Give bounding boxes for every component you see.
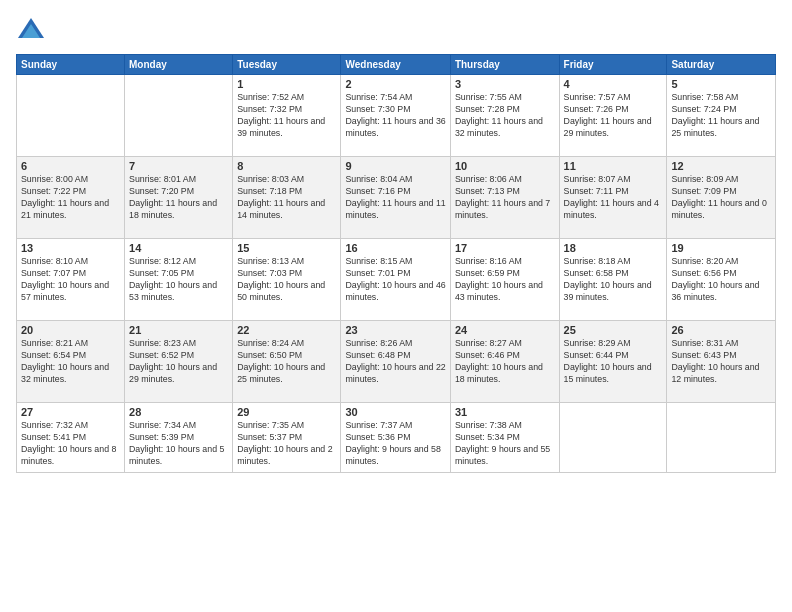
day-info: Sunrise: 8:09 AM Sunset: 7:09 PM Dayligh… (671, 174, 771, 222)
day-number: 1 (237, 78, 336, 90)
day-info: Sunrise: 8:10 AM Sunset: 7:07 PM Dayligh… (21, 256, 120, 304)
day-number: 24 (455, 324, 555, 336)
calendar: SundayMondayTuesdayWednesdayThursdayFrid… (16, 54, 776, 473)
header-cell-thursday: Thursday (450, 55, 559, 75)
week-row: 20Sunrise: 8:21 AM Sunset: 6:54 PM Dayli… (17, 321, 776, 403)
day-number: 6 (21, 160, 120, 172)
day-info: Sunrise: 8:24 AM Sunset: 6:50 PM Dayligh… (237, 338, 336, 386)
day-cell: 4Sunrise: 7:57 AM Sunset: 7:26 PM Daylig… (559, 75, 667, 157)
day-cell: 30Sunrise: 7:37 AM Sunset: 5:36 PM Dayli… (341, 403, 450, 473)
day-info: Sunrise: 8:04 AM Sunset: 7:16 PM Dayligh… (345, 174, 445, 222)
day-number: 14 (129, 242, 228, 254)
header-cell-saturday: Saturday (667, 55, 776, 75)
day-cell: 26Sunrise: 8:31 AM Sunset: 6:43 PM Dayli… (667, 321, 776, 403)
day-cell: 17Sunrise: 8:16 AM Sunset: 6:59 PM Dayli… (450, 239, 559, 321)
header-cell-wednesday: Wednesday (341, 55, 450, 75)
day-cell: 12Sunrise: 8:09 AM Sunset: 7:09 PM Dayli… (667, 157, 776, 239)
header-cell-sunday: Sunday (17, 55, 125, 75)
day-cell: 18Sunrise: 8:18 AM Sunset: 6:58 PM Dayli… (559, 239, 667, 321)
week-row: 1Sunrise: 7:52 AM Sunset: 7:32 PM Daylig… (17, 75, 776, 157)
day-info: Sunrise: 7:34 AM Sunset: 5:39 PM Dayligh… (129, 420, 228, 468)
day-number: 20 (21, 324, 120, 336)
day-number: 12 (671, 160, 771, 172)
day-number: 9 (345, 160, 445, 172)
day-number: 25 (564, 324, 663, 336)
day-info: Sunrise: 8:29 AM Sunset: 6:44 PM Dayligh… (564, 338, 663, 386)
day-cell (667, 403, 776, 473)
day-cell: 9Sunrise: 8:04 AM Sunset: 7:16 PM Daylig… (341, 157, 450, 239)
day-cell: 3Sunrise: 7:55 AM Sunset: 7:28 PM Daylig… (450, 75, 559, 157)
week-row: 6Sunrise: 8:00 AM Sunset: 7:22 PM Daylig… (17, 157, 776, 239)
header-cell-tuesday: Tuesday (233, 55, 341, 75)
day-cell: 2Sunrise: 7:54 AM Sunset: 7:30 PM Daylig… (341, 75, 450, 157)
day-info: Sunrise: 7:54 AM Sunset: 7:30 PM Dayligh… (345, 92, 445, 140)
logo (16, 16, 50, 46)
header-row: SundayMondayTuesdayWednesdayThursdayFrid… (17, 55, 776, 75)
day-number: 19 (671, 242, 771, 254)
day-info: Sunrise: 8:21 AM Sunset: 6:54 PM Dayligh… (21, 338, 120, 386)
day-info: Sunrise: 8:13 AM Sunset: 7:03 PM Dayligh… (237, 256, 336, 304)
day-cell: 28Sunrise: 7:34 AM Sunset: 5:39 PM Dayli… (125, 403, 233, 473)
day-info: Sunrise: 7:58 AM Sunset: 7:24 PM Dayligh… (671, 92, 771, 140)
day-number: 29 (237, 406, 336, 418)
day-number: 2 (345, 78, 445, 90)
day-info: Sunrise: 8:16 AM Sunset: 6:59 PM Dayligh… (455, 256, 555, 304)
day-info: Sunrise: 8:26 AM Sunset: 6:48 PM Dayligh… (345, 338, 445, 386)
week-row: 13Sunrise: 8:10 AM Sunset: 7:07 PM Dayli… (17, 239, 776, 321)
header-cell-monday: Monday (125, 55, 233, 75)
day-cell: 31Sunrise: 7:38 AM Sunset: 5:34 PM Dayli… (450, 403, 559, 473)
day-info: Sunrise: 8:03 AM Sunset: 7:18 PM Dayligh… (237, 174, 336, 222)
day-info: Sunrise: 7:35 AM Sunset: 5:37 PM Dayligh… (237, 420, 336, 468)
day-number: 23 (345, 324, 445, 336)
day-number: 13 (21, 242, 120, 254)
day-cell: 29Sunrise: 7:35 AM Sunset: 5:37 PM Dayli… (233, 403, 341, 473)
day-number: 10 (455, 160, 555, 172)
day-cell: 23Sunrise: 8:26 AM Sunset: 6:48 PM Dayli… (341, 321, 450, 403)
day-info: Sunrise: 8:06 AM Sunset: 7:13 PM Dayligh… (455, 174, 555, 222)
day-number: 31 (455, 406, 555, 418)
header (16, 16, 776, 46)
day-cell: 10Sunrise: 8:06 AM Sunset: 7:13 PM Dayli… (450, 157, 559, 239)
logo-icon (16, 16, 46, 46)
day-number: 22 (237, 324, 336, 336)
day-cell (17, 75, 125, 157)
day-info: Sunrise: 8:20 AM Sunset: 6:56 PM Dayligh… (671, 256, 771, 304)
week-row: 27Sunrise: 7:32 AM Sunset: 5:41 PM Dayli… (17, 403, 776, 473)
day-cell: 16Sunrise: 8:15 AM Sunset: 7:01 PM Dayli… (341, 239, 450, 321)
day-info: Sunrise: 7:38 AM Sunset: 5:34 PM Dayligh… (455, 420, 555, 468)
day-cell: 1Sunrise: 7:52 AM Sunset: 7:32 PM Daylig… (233, 75, 341, 157)
day-info: Sunrise: 8:15 AM Sunset: 7:01 PM Dayligh… (345, 256, 445, 304)
day-cell: 15Sunrise: 8:13 AM Sunset: 7:03 PM Dayli… (233, 239, 341, 321)
day-cell: 27Sunrise: 7:32 AM Sunset: 5:41 PM Dayli… (17, 403, 125, 473)
day-cell (125, 75, 233, 157)
day-number: 4 (564, 78, 663, 90)
day-info: Sunrise: 8:07 AM Sunset: 7:11 PM Dayligh… (564, 174, 663, 222)
day-number: 27 (21, 406, 120, 418)
day-cell: 7Sunrise: 8:01 AM Sunset: 7:20 PM Daylig… (125, 157, 233, 239)
day-info: Sunrise: 8:01 AM Sunset: 7:20 PM Dayligh… (129, 174, 228, 222)
day-info: Sunrise: 7:37 AM Sunset: 5:36 PM Dayligh… (345, 420, 445, 468)
day-number: 3 (455, 78, 555, 90)
day-number: 26 (671, 324, 771, 336)
header-cell-friday: Friday (559, 55, 667, 75)
day-cell: 6Sunrise: 8:00 AM Sunset: 7:22 PM Daylig… (17, 157, 125, 239)
day-info: Sunrise: 8:18 AM Sunset: 6:58 PM Dayligh… (564, 256, 663, 304)
day-info: Sunrise: 8:12 AM Sunset: 7:05 PM Dayligh… (129, 256, 228, 304)
day-number: 21 (129, 324, 228, 336)
day-cell: 24Sunrise: 8:27 AM Sunset: 6:46 PM Dayli… (450, 321, 559, 403)
day-info: Sunrise: 8:00 AM Sunset: 7:22 PM Dayligh… (21, 174, 120, 222)
day-info: Sunrise: 8:27 AM Sunset: 6:46 PM Dayligh… (455, 338, 555, 386)
day-cell: 21Sunrise: 8:23 AM Sunset: 6:52 PM Dayli… (125, 321, 233, 403)
day-cell: 25Sunrise: 8:29 AM Sunset: 6:44 PM Dayli… (559, 321, 667, 403)
day-cell: 5Sunrise: 7:58 AM Sunset: 7:24 PM Daylig… (667, 75, 776, 157)
day-info: Sunrise: 8:23 AM Sunset: 6:52 PM Dayligh… (129, 338, 228, 386)
day-cell: 13Sunrise: 8:10 AM Sunset: 7:07 PM Dayli… (17, 239, 125, 321)
day-number: 8 (237, 160, 336, 172)
day-number: 28 (129, 406, 228, 418)
day-cell: 8Sunrise: 8:03 AM Sunset: 7:18 PM Daylig… (233, 157, 341, 239)
day-number: 18 (564, 242, 663, 254)
day-number: 15 (237, 242, 336, 254)
day-info: Sunrise: 7:55 AM Sunset: 7:28 PM Dayligh… (455, 92, 555, 140)
day-cell: 20Sunrise: 8:21 AM Sunset: 6:54 PM Dayli… (17, 321, 125, 403)
day-number: 30 (345, 406, 445, 418)
